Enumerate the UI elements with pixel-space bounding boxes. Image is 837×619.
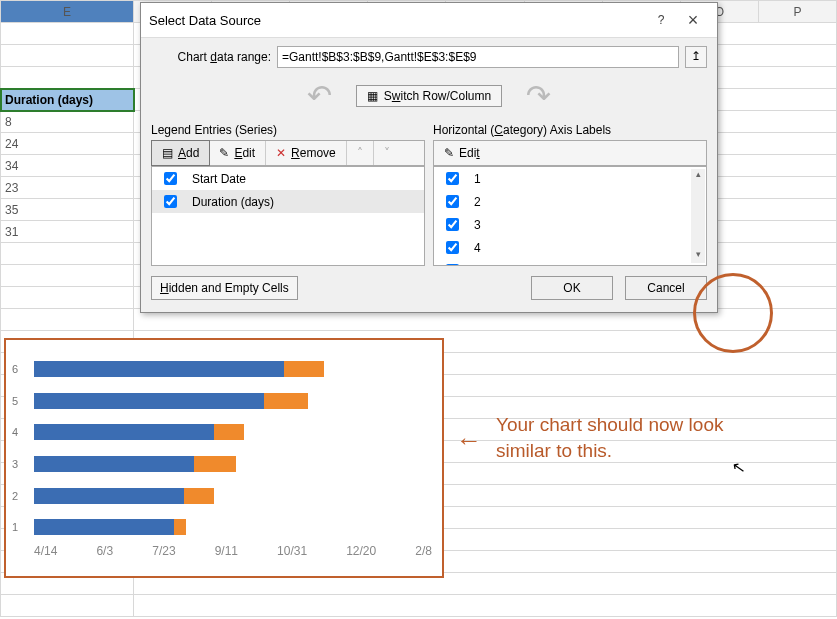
- chart-bar-segment: [194, 456, 236, 472]
- series-checkbox[interactable]: [164, 172, 177, 185]
- remove-series-button[interactable]: ✕Remove: [266, 141, 347, 165]
- move-down-button[interactable]: ˅: [374, 141, 400, 165]
- duration-cell[interactable]: 24: [1, 133, 134, 155]
- axis-item[interactable]: 4: [434, 236, 706, 259]
- axis-checkbox[interactable]: [446, 264, 459, 266]
- col-header-p[interactable]: P: [758, 1, 836, 23]
- edit-axis-button[interactable]: ✎Edit: [434, 141, 490, 165]
- duration-cell[interactable]: 34: [1, 155, 134, 177]
- chart-y-tick: 1: [12, 521, 18, 533]
- axis-item[interactable]: 5: [434, 259, 706, 266]
- axis-item[interactable]: 2: [434, 190, 706, 213]
- axis-toolbar: ✎Edit: [433, 140, 707, 166]
- dialog-title: Select Data Source: [149, 13, 645, 28]
- chart-bar-row: [34, 393, 308, 409]
- duration-cell[interactable]: 23: [1, 177, 134, 199]
- chart-y-tick: 3: [12, 458, 18, 470]
- duration-cell[interactable]: 31: [1, 221, 134, 243]
- arrow-right-icon: ↶: [526, 78, 551, 113]
- edit-series-button[interactable]: ✎Edit: [209, 141, 266, 165]
- chart-bar-segment: [264, 393, 308, 409]
- cancel-button[interactable]: Cancel: [625, 276, 707, 300]
- help-button[interactable]: ?: [645, 9, 677, 31]
- chart-x-tick: 12/20: [346, 544, 376, 558]
- chart-data-range-input[interactable]: [277, 46, 679, 68]
- axis-item[interactable]: 3: [434, 213, 706, 236]
- annotation-arrow-icon: ←: [456, 425, 482, 456]
- series-label: Start Date: [192, 172, 246, 186]
- chart-bar-segment: [34, 361, 284, 377]
- close-button[interactable]: ×: [677, 9, 709, 31]
- remove-icon: ✕: [276, 146, 286, 160]
- chart-bar-segment: [34, 393, 264, 409]
- arrow-left-icon: ↶: [307, 78, 332, 113]
- axis-listbox[interactable]: 1 2 3 4 5 ▴▾: [433, 166, 707, 266]
- chart-x-tick: 7/23: [152, 544, 175, 558]
- chart-y-tick: 4: [12, 426, 18, 438]
- series-item[interactable]: Duration (days): [152, 190, 424, 213]
- chart-bar-segment: [284, 361, 324, 377]
- edit-icon: ✎: [444, 146, 454, 160]
- chart-bar-segment: [34, 424, 214, 440]
- axis-scrollbar[interactable]: ▴▾: [691, 169, 705, 263]
- dialog-titlebar[interactable]: Select Data Source ? ×: [141, 3, 717, 38]
- axis-label: 1: [474, 172, 481, 186]
- chart-bar-segment: [174, 519, 186, 535]
- axis-label: 2: [474, 195, 481, 209]
- axis-checkbox[interactable]: [446, 172, 459, 185]
- series-listbox[interactable]: Start Date Duration (days): [151, 166, 425, 266]
- chart-bar-row: [34, 456, 236, 472]
- chart-y-tick: 5: [12, 395, 18, 407]
- chart-bar-row: [34, 519, 186, 535]
- series-toolbar: ▤Add ✎Edit ✕Remove ˄ ˅: [151, 140, 425, 166]
- chart-x-tick: 9/11: [215, 544, 238, 558]
- chart-bar-row: [34, 424, 244, 440]
- axis-checkbox[interactable]: [446, 241, 459, 254]
- chart-x-tick: 10/31: [277, 544, 307, 558]
- hidden-empty-cells-button[interactable]: Hidden and Empty Cells: [151, 276, 298, 300]
- switch-icon: ▦: [367, 89, 378, 103]
- chart-x-tick: 6/3: [96, 544, 113, 558]
- chart-y-tick: 2: [12, 490, 18, 502]
- series-checkbox[interactable]: [164, 195, 177, 208]
- chart-bar-segment: [34, 488, 184, 504]
- move-up-button[interactable]: ˄: [347, 141, 374, 165]
- add-icon: ▤: [162, 146, 173, 160]
- chart-data-range-label: Chart data range:: [151, 50, 271, 64]
- axis-label: 5: [474, 264, 481, 267]
- chart-bar-segment: [184, 488, 214, 504]
- chart-bar-row: [34, 488, 214, 504]
- series-item[interactable]: Start Date: [152, 167, 424, 190]
- duration-cell[interactable]: 8: [1, 111, 134, 133]
- chart-x-tick: 4/14: [34, 544, 57, 558]
- legend-entries-label: Legend Entries (Series): [151, 123, 425, 137]
- axis-labels-label: Horizontal (Category) Axis Labels: [433, 123, 707, 137]
- chart-y-tick: 6: [12, 363, 18, 375]
- axis-label: 4: [474, 241, 481, 255]
- chart-x-tick: 2/8: [415, 544, 432, 558]
- axis-checkbox[interactable]: [446, 195, 459, 208]
- series-label: Duration (days): [192, 195, 274, 209]
- axis-checkbox[interactable]: [446, 218, 459, 231]
- switch-label: Switch Row/Column: [384, 89, 491, 103]
- switch-row-column-button[interactable]: ▦ Switch Row/Column: [356, 85, 502, 107]
- select-data-source-dialog: Select Data Source ? × Chart data range:…: [140, 2, 718, 313]
- chart-bar-segment: [34, 456, 194, 472]
- chart-bar-segment: [34, 519, 174, 535]
- annotation-text: Your chart should now look similar to th…: [496, 412, 766, 463]
- chart-preview: 123456 4/146/37/239/1110/3112/202/8: [4, 338, 444, 578]
- ok-button[interactable]: OK: [531, 276, 613, 300]
- duration-header-cell[interactable]: Duration (days): [1, 89, 134, 111]
- add-series-button[interactable]: ▤Add: [151, 140, 210, 166]
- chart-bar-row: [34, 361, 324, 377]
- edit-icon: ✎: [219, 146, 229, 160]
- chart-bar-segment: [214, 424, 244, 440]
- axis-label: 3: [474, 218, 481, 232]
- axis-item[interactable]: 1: [434, 167, 706, 190]
- col-header-e[interactable]: E: [1, 1, 134, 23]
- range-collapse-button[interactable]: ↥: [685, 46, 707, 68]
- duration-cell[interactable]: 35: [1, 199, 134, 221]
